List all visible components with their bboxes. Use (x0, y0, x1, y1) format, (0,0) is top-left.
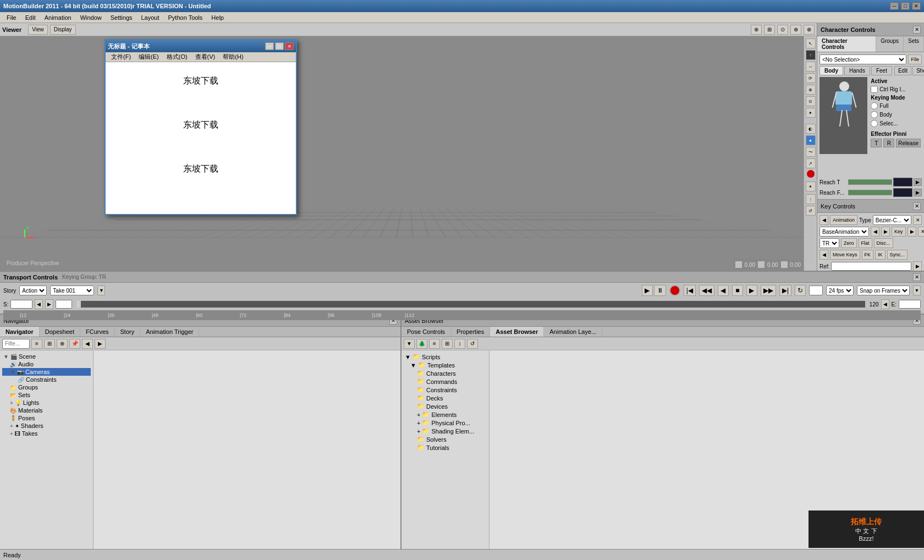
elements-expand[interactable]: + (417, 411, 420, 418)
np-menu-edit[interactable]: 编辑(E) (135, 52, 162, 62)
vp-btn-2[interactable] (757, 261, 765, 268)
reach-f-btn[interactable]: ▶ (914, 189, 922, 196)
tc-stop-btn[interactable]: ■ (732, 285, 743, 296)
tree-item-shaders[interactable]: + ✦ Shaders (2, 422, 91, 430)
rtool-3[interactable]: ⟳ (806, 73, 816, 83)
asset-item-shading[interactable]: + 📁 Shading Elem... (404, 427, 487, 435)
viewer-icon-2[interactable]: ⊞ (764, 25, 775, 35)
ctrl-rig-checkbox[interactable] (871, 86, 878, 93)
tc-step-fwd-btn[interactable]: ▶ (746, 285, 757, 296)
np-menu-file[interactable]: 文件(F) (108, 52, 134, 62)
kc-sync-button[interactable]: Sync... (887, 250, 908, 260)
nav-tab-story[interactable]: Story (115, 327, 141, 337)
asset-item-physical[interactable]: + 📁 Physical Pro... (404, 419, 487, 427)
key-controls-close[interactable]: ✕ (913, 202, 921, 210)
ab-tab-animation-layers[interactable]: Animation Laye... (544, 327, 602, 337)
viewer-icon-5[interactable]: ⊗ (804, 25, 815, 35)
ab-tool-details[interactable]: ⊞ (442, 339, 453, 349)
tc-play-btn[interactable]: ▶ (642, 285, 653, 296)
cc-subtab-hands[interactable]: Hands (844, 66, 870, 75)
tc-start-btn[interactable]: |◀ (684, 285, 696, 296)
cc-file-button[interactable]: File (908, 54, 922, 64)
viewer-icon-3[interactable]: ⊙ (777, 25, 788, 35)
asset-item-solvers[interactable]: 📁 Solvers (404, 435, 487, 443)
kc-zero-button[interactable]: Zero (841, 238, 857, 248)
transport-rec-btn[interactable] (669, 285, 680, 296)
tc-prev-frame-btn[interactable]: ◀◀ (699, 285, 714, 296)
tree-item-groups[interactable]: 📁 Groups (2, 383, 91, 391)
ab-tool-filter[interactable]: ▼ (404, 339, 415, 349)
ab-tool-list[interactable]: ≡ (429, 339, 440, 349)
kc-ref-input[interactable] (831, 262, 911, 271)
kc-prev-btn2[interactable]: ◀ (871, 227, 879, 237)
kc-type-select[interactable]: Bezier-C... (873, 215, 911, 225)
tc-speed-input[interactable]: 1x (809, 286, 823, 295)
view-button[interactable]: View (28, 25, 48, 35)
rtool-arrow[interactable]: ↗ (806, 158, 816, 168)
display-button[interactable]: Display (50, 25, 76, 35)
nav-tool-search[interactable]: ⊕ (57, 339, 68, 349)
char-controls-close[interactable]: ✕ (913, 26, 921, 34)
reach-f-input[interactable]: 0.00 (893, 188, 912, 197)
nav-tool-pin[interactable]: 📌 (69, 339, 80, 349)
transport-close[interactable]: ✕ (913, 273, 921, 281)
menu-edit[interactable]: Edit (21, 13, 40, 22)
asset-item-characters[interactable]: 📁 Characters (404, 369, 487, 377)
nav-tool-grid[interactable]: ⊞ (44, 339, 55, 349)
rtool-star[interactable]: ✶ (806, 182, 816, 191)
notepad-close[interactable]: ✕ (285, 42, 294, 50)
rtool-6[interactable]: ✦ (806, 108, 816, 118)
cc-show-button[interactable]: Show (912, 66, 924, 75)
nav-tool-fwd[interactable]: ▶ (95, 339, 106, 349)
tree-item-constraints[interactable]: 🔗 Constraints (2, 376, 91, 383)
keying-selec-radio[interactable] (871, 120, 878, 127)
nav-tab-navigator[interactable]: Navigator (0, 327, 40, 337)
tree-item-poses[interactable]: 🧍 Poses (2, 414, 91, 422)
viewer-icon-1[interactable]: ⊕ (751, 25, 762, 35)
tc-fps-select[interactable]: 24 fps (826, 286, 854, 295)
effector-t-button[interactable]: T (871, 139, 882, 147)
transport-scrub-bar[interactable] (76, 301, 865, 308)
keying-body-radio[interactable] (871, 111, 878, 118)
asset-item-devices[interactable]: 📁 Devices (404, 402, 487, 410)
rtool-5[interactable]: ⊙ (806, 96, 816, 106)
e-input[interactable]: 120 (899, 300, 921, 309)
menu-help[interactable]: Help (207, 13, 228, 22)
transport-timeline[interactable]: |12 |24 |36 |48 |60 |72 |84 |96 |108 |11… (3, 310, 921, 320)
reach-t-input[interactable]: 0.00 (893, 178, 912, 186)
rtool-wave[interactable]: 〜 (806, 147, 816, 157)
kc-base-anim-select[interactable]: BaseAnimation (820, 227, 869, 237)
rtool-sphere[interactable]: ● (806, 135, 816, 145)
keying-full-radio[interactable] (871, 102, 878, 109)
tc-pause-btn[interactable]: ⏸ (654, 285, 666, 296)
kc-prev-btn[interactable]: ◀ (820, 215, 828, 225)
rtool-arc[interactable]: ↺ (806, 206, 816, 216)
kc-close2-btn[interactable]: ✕ (918, 227, 924, 237)
tc-snap-select[interactable]: Snap on Frames (857, 286, 910, 295)
asset-item-decks[interactable]: 📁 Decks (404, 394, 487, 402)
tc-step-back-btn[interactable]: ◀ (718, 285, 729, 296)
cameras-expand[interactable]: ▼ (10, 369, 15, 375)
rtool-red-btn[interactable] (807, 170, 815, 178)
ab-tab-properties[interactable]: Properties (451, 327, 490, 337)
ab-tab-pose-controls[interactable]: Pose Controls (402, 327, 451, 337)
action-select[interactable]: Action (19, 286, 47, 295)
np-menu-help[interactable]: 帮助(H) (219, 52, 246, 62)
physical-expand[interactable]: + (417, 420, 420, 426)
s-input[interactable]: 0 (10, 300, 32, 309)
minimize-button[interactable]: ─ (890, 2, 899, 10)
rtool-1[interactable]: ↑ (806, 50, 816, 60)
maximize-button[interactable]: □ (901, 2, 910, 10)
tree-item-takes[interactable]: + 🎞 Takes (2, 430, 91, 437)
menu-settings[interactable]: Settings (106, 13, 137, 22)
kc-flat-button[interactable]: Flat (859, 238, 872, 248)
rtool-camera[interactable]: ◐ (806, 124, 816, 134)
kc-ik-button[interactable]: IK (875, 250, 886, 260)
notepad-minimize[interactable]: ─ (265, 42, 274, 50)
scripts-expand[interactable]: ▼ (405, 354, 411, 360)
menu-file[interactable]: File (2, 13, 21, 22)
kc-key-next-btn[interactable]: ▶ (908, 227, 916, 237)
rtool-dots[interactable]: ⋮ (806, 194, 816, 204)
cc-tab-groups[interactable]: Groups (876, 36, 904, 52)
transport-play-pause[interactable]: ▶ ⏸ (642, 285, 666, 296)
